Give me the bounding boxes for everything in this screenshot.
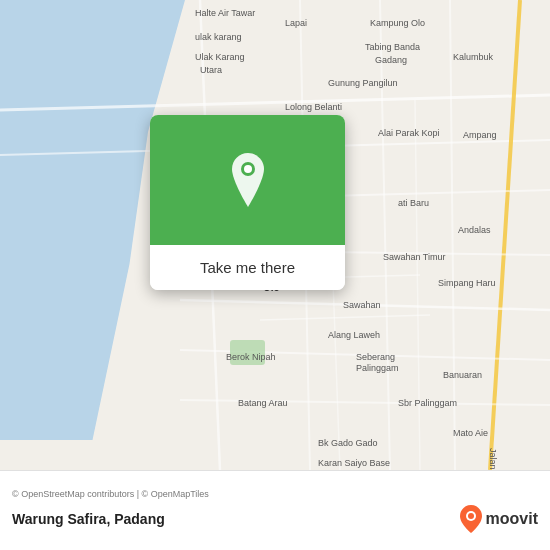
moovit-text: moovit <box>486 510 538 528</box>
popup-card: Take me there <box>150 115 345 290</box>
svg-point-18 <box>244 165 252 173</box>
bottom-bar: © OpenStreetMap contributors | © OpenMap… <box>0 470 550 550</box>
attribution-text: © OpenStreetMap contributors | © OpenMap… <box>12 489 538 499</box>
popup-map-area <box>150 115 345 245</box>
moovit-logo: moovit <box>460 505 538 533</box>
moovit-icon <box>460 505 482 533</box>
svg-point-20 <box>468 513 474 519</box>
bottom-row: Warung Safira, Padang moovit <box>12 505 538 533</box>
map-container: Halte Air Tawar Lapai Kampung Olo ulak k… <box>0 0 550 550</box>
location-pin-icon <box>226 153 270 207</box>
place-name: Warung Safira, Padang <box>12 511 165 527</box>
take-me-there-button[interactable]: Take me there <box>150 245 345 290</box>
